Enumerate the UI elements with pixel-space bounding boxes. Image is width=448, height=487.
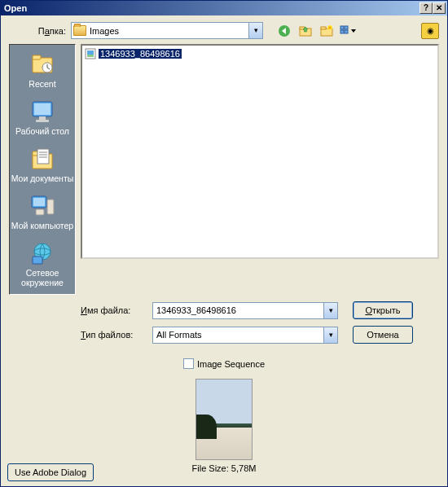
adobe-bridge-button[interactable]: ◉ xyxy=(421,23,439,39)
place-network[interactable]: Сетевое окружение xyxy=(10,239,75,289)
places-bar: Recent Рабочий стол Мои документы Мой ко… xyxy=(9,44,76,295)
new-folder-button[interactable] xyxy=(318,23,335,39)
use-adobe-dialog-button[interactable]: Use Adobe Dialog xyxy=(7,463,94,481)
svg-rect-19 xyxy=(37,149,49,164)
documents-icon xyxy=(29,146,55,172)
preview-area: File Size: 5,78М xyxy=(9,379,439,473)
svg-rect-7 xyxy=(345,26,348,29)
close-button[interactable]: ✕ xyxy=(433,2,446,14)
file-item[interactable]: 1346933_86498616 xyxy=(84,47,436,60)
filename-input[interactable]: 1346933_86498616 ▾ xyxy=(152,302,338,319)
place-computer[interactable]: Мой компьютер xyxy=(10,191,75,232)
svg-rect-22 xyxy=(47,200,54,214)
svg-rect-15 xyxy=(39,116,46,120)
svg-rect-11 xyxy=(33,55,41,59)
open-dialog: Open ? ✕ Папка: Images ▾ ◉ xyxy=(0,0,448,487)
titlebar: Open ? ✕ xyxy=(1,1,447,15)
svg-rect-26 xyxy=(33,257,42,264)
filetype-dropdown[interactable]: All Formats ▾ xyxy=(152,327,338,344)
place-desktop[interactable]: Рабочий стол xyxy=(10,97,75,138)
svg-rect-9 xyxy=(345,30,348,33)
help-button[interactable]: ? xyxy=(419,2,433,14)
open-button[interactable]: Открыть xyxy=(353,301,413,319)
svg-rect-6 xyxy=(340,26,344,29)
network-icon xyxy=(29,240,55,266)
desktop-icon xyxy=(29,99,55,125)
dropdown-arrow-icon[interactable]: ▾ xyxy=(323,303,337,318)
place-recent[interactable]: Recent xyxy=(10,50,75,90)
svg-rect-29 xyxy=(87,55,94,57)
image-sequence-checkbox[interactable]: Image Sequence xyxy=(183,358,265,369)
folder-dropdown[interactable]: Images ▾ xyxy=(71,22,263,39)
window-title: Open xyxy=(2,3,419,13)
file-name: 1346933_86498616 xyxy=(99,49,182,59)
image-file-icon xyxy=(84,47,97,60)
svg-rect-14 xyxy=(34,103,51,115)
preview-thumbnail xyxy=(195,379,253,460)
up-one-level-button[interactable] xyxy=(297,23,314,39)
folder-label: Папка: xyxy=(9,26,66,36)
dropdown-arrow-icon[interactable]: ▾ xyxy=(323,327,337,343)
svg-rect-16 xyxy=(36,120,49,122)
svg-rect-23 xyxy=(36,209,44,215)
computer-icon xyxy=(29,193,55,219)
file-list[interactable]: 1346933_86498616 xyxy=(81,44,439,259)
svg-rect-4 xyxy=(321,27,326,29)
dropdown-arrow-icon[interactable]: ▾ xyxy=(248,23,262,38)
checkbox-icon xyxy=(183,358,194,369)
folder-icon xyxy=(73,25,86,36)
svg-rect-28 xyxy=(87,50,94,55)
folder-value: Images xyxy=(90,26,119,36)
back-button[interactable] xyxy=(276,23,292,39)
place-documents[interactable]: Мои документы xyxy=(10,144,75,185)
svg-rect-8 xyxy=(340,30,344,33)
filename-label: Имя файла: xyxy=(81,305,147,315)
recent-icon xyxy=(29,51,55,77)
cancel-button[interactable]: Отмена xyxy=(353,326,413,344)
view-menu-button[interactable] xyxy=(340,23,356,39)
svg-rect-21 xyxy=(33,198,45,206)
filetype-label: Тип файлов: xyxy=(81,330,147,340)
